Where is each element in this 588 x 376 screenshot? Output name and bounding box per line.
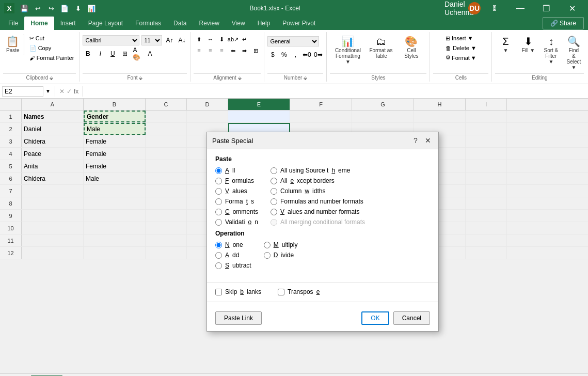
tab-home[interactable]: Home	[24, 17, 54, 30]
save-icon[interactable]: 💾	[19, 3, 30, 14]
paste-values-number-option[interactable]: Values and number formats	[271, 208, 365, 215]
col-header-h[interactable]: H	[414, 99, 466, 110]
cell-i6[interactable]	[466, 173, 507, 184]
align-top-btn[interactable]: ⬆	[194, 34, 204, 44]
col-header-c[interactable]: C	[146, 99, 187, 110]
paste-comments-radio[interactable]	[215, 209, 222, 215]
operation-add-radio[interactable]	[215, 252, 222, 259]
skip-blanks-option[interactable]: Skip blanks	[215, 288, 261, 295]
merge-center-btn[interactable]: ⊞	[250, 45, 261, 56]
cell-i2[interactable]	[466, 123, 507, 135]
border-button[interactable]: ⊞	[120, 49, 130, 59]
operation-add-option[interactable]: Add	[215, 252, 251, 259]
paste-source-theme-radio[interactable]	[271, 167, 277, 174]
row-header-10[interactable]: 10	[0, 222, 22, 234]
tab-data[interactable]: Data	[167, 17, 193, 30]
row-header-11[interactable]: 11	[0, 234, 22, 246]
minimize-btn[interactable]: —	[508, 0, 532, 17]
paste-all-option[interactable]: All	[215, 167, 258, 174]
increase-font-btn[interactable]: A↑	[164, 35, 174, 45]
wrap-text-btn[interactable]: ↵	[239, 34, 249, 44]
skip-blanks-checkbox[interactable]	[215, 289, 222, 295]
copy-button[interactable]: 📄 Copy	[27, 44, 76, 53]
fill-color-button[interactable]: A🎨	[132, 49, 142, 59]
open-icon[interactable]: ⬇	[72, 3, 84, 14]
find-select-button[interactable]: 🔍 Find & Select ▼	[563, 34, 584, 72]
align-left-btn[interactable]: ≡	[194, 45, 204, 56]
cell-a1[interactable]: Names	[22, 111, 84, 122]
font-size-select[interactable]: 11	[141, 35, 162, 45]
formula-input[interactable]	[87, 88, 586, 95]
paste-column-widths-radio[interactable]	[271, 188, 277, 195]
paste-link-button[interactable]: Paste Link	[215, 311, 262, 325]
cell-b6[interactable]: Male	[84, 173, 146, 184]
operation-none-option[interactable]: None	[215, 241, 251, 248]
cell-c1[interactable]	[146, 111, 187, 122]
dialog-help-button[interactable]: ?	[410, 135, 421, 146]
operation-subtract-radio[interactable]	[215, 262, 222, 269]
increase-decimal-btn[interactable]: 0➡	[313, 50, 323, 60]
cell-b4[interactable]: Female	[84, 148, 146, 160]
cell-c2[interactable]	[146, 123, 187, 135]
decrease-font-btn[interactable]: A↓	[177, 35, 187, 45]
cell-a2[interactable]: Daniel	[22, 123, 84, 135]
format-as-table-button[interactable]: 🗂 Format as Table	[365, 34, 396, 61]
cell-d1[interactable]	[187, 111, 228, 122]
text-angle-btn[interactable]: ab↗	[228, 34, 238, 44]
paste-formulas-radio[interactable]	[215, 178, 222, 184]
col-header-e[interactable]: E	[228, 99, 290, 110]
transpose-option[interactable]: Transpose	[278, 288, 320, 295]
ribbon-collapse-btn[interactable]: 🎛	[483, 0, 506, 17]
conditional-formatting-button[interactable]: 📊 Conditional Formatting ▼	[332, 34, 363, 67]
cell-e1[interactable]	[228, 111, 290, 122]
col-header-b[interactable]: B	[84, 99, 146, 110]
dialog-close-button[interactable]: ✕	[423, 135, 433, 146]
paste-except-borders-option[interactable]: All except borders	[271, 177, 365, 184]
tab-formulas[interactable]: Formulas	[129, 17, 167, 30]
cut-button[interactable]: ✂ Cut	[27, 34, 76, 43]
formula-expand-icon[interactable]: ▼	[45, 88, 51, 94]
tab-page-layout[interactable]: Page Layout	[82, 17, 129, 30]
row-header-2[interactable]: 2	[0, 123, 22, 135]
cell-g1[interactable]	[352, 111, 414, 122]
paste-validation-radio[interactable]	[215, 219, 222, 226]
cell-h1[interactable]	[414, 111, 466, 122]
redo-icon[interactable]: ↪	[45, 3, 57, 14]
row-header-8[interactable]: 8	[0, 197, 22, 209]
tab-help[interactable]: Help	[251, 17, 277, 30]
maximize-btn[interactable]: ❐	[534, 0, 558, 17]
cell-b7[interactable]	[84, 185, 146, 197]
cell-b5[interactable]: Female	[84, 160, 146, 172]
confirm-formula-icon[interactable]: ✓	[67, 88, 72, 95]
paste-values-number-radio[interactable]	[271, 209, 277, 215]
font-family-select[interactable]: Calibri	[83, 35, 139, 45]
cancel-formula-icon[interactable]: ✕	[59, 88, 65, 95]
ok-button[interactable]: OK	[361, 311, 389, 325]
cell-b3[interactable]: Female	[84, 135, 146, 147]
paste-column-widths-option[interactable]: Column widths	[271, 187, 365, 195]
paste-values-option[interactable]: Values	[215, 187, 258, 195]
transpose-checkbox[interactable]	[278, 289, 284, 295]
align-center-btn[interactable]: ≡	[205, 45, 215, 56]
tab-power-pivot[interactable]: Power Pivot	[276, 17, 322, 30]
format-cells-button[interactable]: ⚙ Format ▼	[443, 53, 479, 62]
paste-source-theme-option[interactable]: All using Source theme	[271, 167, 365, 174]
cell-a6[interactable]: Chidera	[22, 173, 84, 184]
paste-button[interactable]: 📋 Paste	[3, 34, 24, 55]
col-header-d[interactable]: D	[187, 99, 228, 110]
cell-b1[interactable]: Gender	[84, 111, 146, 122]
col-header-g[interactable]: G	[352, 99, 414, 110]
align-bottom-btn[interactable]: ⬇	[216, 34, 227, 44]
row-header-9[interactable]: 9	[0, 210, 22, 222]
cell-c4[interactable]	[146, 148, 187, 160]
paste-formats-option[interactable]: Formats	[215, 198, 258, 205]
cell-c5[interactable]	[146, 160, 187, 172]
cell-a7[interactable]	[22, 185, 84, 197]
operation-divide-radio[interactable]	[264, 252, 271, 259]
percent-btn[interactable]: %	[279, 50, 289, 60]
cell-i3[interactable]	[466, 135, 507, 147]
fill-button[interactable]: ⬇ Fill ▼	[518, 34, 538, 55]
cell-i1[interactable]	[466, 111, 507, 122]
cell-styles-button[interactable]: 🎨 Cell Styles	[399, 34, 424, 61]
paste-except-borders-radio[interactable]	[271, 178, 277, 184]
